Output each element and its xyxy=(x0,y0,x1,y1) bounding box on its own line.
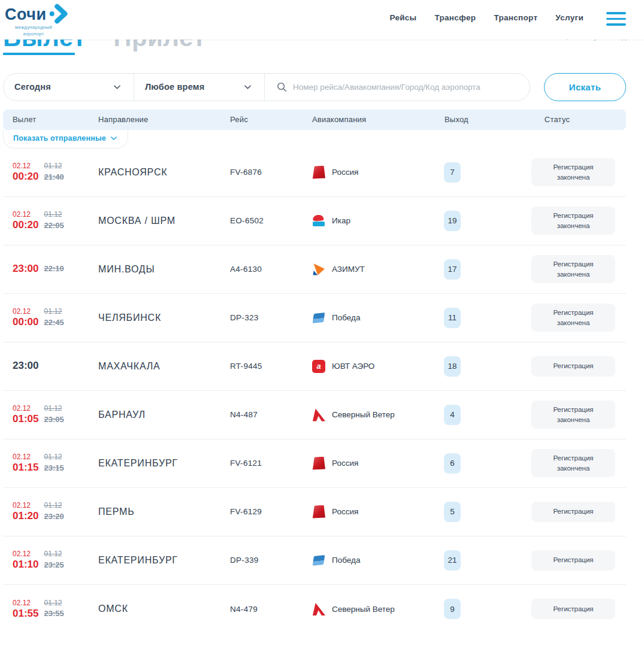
nav-item-flights[interactable]: Рейсы xyxy=(389,13,416,22)
date-filter-value: Сегодня xyxy=(14,82,51,92)
gate-cell: 11 xyxy=(432,308,498,328)
table-row[interactable]: 02.12 00:20 01.12 21:40 КРАСНОЯРСК FV-68… xyxy=(3,148,626,197)
scheduled-time-struck: 01.12 22:05 xyxy=(44,210,64,231)
gate-cell: 18 xyxy=(432,356,498,377)
time-filter-dropdown[interactable]: Любое время xyxy=(134,74,265,101)
logo-arrow-icon xyxy=(48,4,71,24)
time-filter-value: Любое время xyxy=(145,82,204,92)
actual-time: 23:00 xyxy=(13,263,38,275)
status-badge: Регистрация xyxy=(531,599,615,619)
gate-badge: 11 xyxy=(444,308,461,328)
table-row[interactable]: 02.12 00:20 01.12 22:05 МОСКВА / ШРМ EO-… xyxy=(3,197,626,245)
destination: ЕКАТЕРИНБУРГ xyxy=(98,555,230,566)
airline-cell: Северный Ветер xyxy=(312,602,432,615)
table-row[interactable]: 23:00 22:10 МИН.ВОДЫ A4-6130 АЗИМУТ 17 Р… xyxy=(3,245,626,294)
flight-rows: 02.12 00:20 01.12 21:40 КРАСНОЯРСК FV-68… xyxy=(3,148,626,633)
status-badge: Регистрация закончена xyxy=(531,401,615,428)
main-nav: Рейсы Трансфер Транспорт Услуги xyxy=(389,13,583,22)
nav-item-transfer[interactable]: Трансфер xyxy=(434,13,476,22)
destination: МОСКВА / ШРМ xyxy=(98,216,230,226)
logo-subtitle: международный аэропорт xyxy=(5,24,62,38)
table-row[interactable]: 02.12 00:00 01.12 22:45 ЧЕЛЯБИНСК DP-323… xyxy=(3,294,626,342)
table-row[interactable]: 02.12 01:05 01.12 23:05 БАРНАУЛ N4-487 С… xyxy=(3,391,626,439)
status-badge: Регистрация закончена xyxy=(531,304,615,331)
status-badge: Регистрация xyxy=(531,502,615,522)
gate-cell: 19 xyxy=(432,211,498,231)
scheduled-time-struck: 01.12 22:45 xyxy=(44,307,64,328)
destination: МАХАЧКАЛА xyxy=(98,361,230,372)
chevron-down-icon xyxy=(114,84,120,90)
airline-logo-icon xyxy=(312,360,325,373)
actual-time: 02.12 01:10 xyxy=(13,549,38,571)
search-button[interactable]: Искать xyxy=(544,73,626,101)
gate-badge: 17 xyxy=(444,259,461,280)
airline-name: Победа xyxy=(332,556,360,565)
departure-time-cell: 02.12 01:05 01.12 23:05 xyxy=(13,404,98,426)
airline-cell: ЮВТ АЭРО xyxy=(312,360,432,373)
table-row[interactable]: 02.12 01:15 01.12 23:15 ЕКАТЕРИНБУРГ FV-… xyxy=(3,439,626,488)
table-header-row: Вылет Направление Рейс Авиакомпания Выхо… xyxy=(3,110,626,130)
search-field-wrap xyxy=(265,74,530,101)
status-badge: Регистрация xyxy=(531,550,615,571)
table-row[interactable]: 02.12 01:20 01.12 23:20 ПЕРМЬ FV-6129 Ро… xyxy=(3,488,626,536)
actual-time: 02.12 01:15 xyxy=(13,452,38,474)
airline-name: Победа xyxy=(332,313,360,322)
gate-badge: 5 xyxy=(444,502,461,522)
status-cell: Регистрация закончена xyxy=(498,158,616,186)
col-header-gate: Выход xyxy=(432,115,498,124)
actual-time: 02.12 00:00 xyxy=(13,307,38,329)
scheduled-time-struck: 01.12 23:05 xyxy=(44,404,64,425)
flight-number: FV-6876 xyxy=(230,168,312,177)
actual-time: 23:00 xyxy=(13,360,38,372)
airline-name: Россия xyxy=(332,168,358,177)
table-row[interactable]: 02.12 01:55 01.12 23:55 ОМСК N4-479 Севе… xyxy=(3,585,626,633)
scheduled-time-struck: 01.12 23:20 xyxy=(44,501,64,522)
airline-logo-icon xyxy=(312,311,325,324)
departure-time-cell: 02.12 01:55 01.12 23:55 xyxy=(13,598,98,620)
flight-number: A4-6130 xyxy=(230,265,312,274)
status-cell: Регистрация xyxy=(498,550,616,571)
status-cell: Регистрация закончена xyxy=(498,304,616,331)
actual-time: 02.12 01:55 xyxy=(13,598,38,620)
airline-cell: Россия xyxy=(312,457,432,470)
flight-number: RT-9445 xyxy=(230,362,312,371)
airline-logo-icon xyxy=(312,554,325,567)
gate-badge: 7 xyxy=(444,162,461,183)
destination: КРАСНОЯРСК xyxy=(98,167,230,178)
flight-number: FV-6129 xyxy=(230,507,312,516)
status-badge: Регистрация закончена xyxy=(531,449,615,477)
date-filter-dropdown[interactable]: Сегодня xyxy=(4,74,134,101)
gate-badge: 4 xyxy=(444,405,461,425)
airline-name: Северный Ветер xyxy=(332,605,395,614)
departure-time-cell: 02.12 01:10 01.12 23:25 xyxy=(13,549,98,571)
table-row[interactable]: 23:00 МАХАЧКАЛА RT-9445 ЮВТ АЭРО 18 Реги… xyxy=(3,342,626,391)
status-cell: Регистрация закончена xyxy=(498,449,616,477)
departure-time-cell: 02.12 01:20 01.12 23:20 xyxy=(13,501,98,523)
airline-logo-icon xyxy=(312,505,325,518)
status-badge: Регистрация закончена xyxy=(531,255,615,283)
airline-cell: Победа xyxy=(312,311,432,324)
gate-badge: 21 xyxy=(444,550,461,571)
status-badge: Регистрация закончена xyxy=(531,207,615,234)
airline-logo-icon xyxy=(312,457,325,470)
col-header-destination: Направление xyxy=(98,115,230,124)
col-header-status: Статус xyxy=(498,115,616,124)
departure-time-cell: 02.12 00:20 01.12 22:05 xyxy=(13,210,98,232)
show-departed-toggle[interactable]: Показать отправленные xyxy=(3,130,128,148)
flight-number: EO-6502 xyxy=(230,216,312,225)
airline-logo-icon xyxy=(312,602,325,615)
hamburger-menu-icon[interactable] xyxy=(606,12,626,26)
status-cell: Регистрация закончена xyxy=(498,207,616,234)
airport-logo[interactable]: Сочи международный аэропорт xyxy=(5,5,72,38)
chevron-down-icon xyxy=(111,135,117,141)
col-header-flight: Рейс xyxy=(230,115,312,124)
table-row[interactable]: 02.12 01:10 01.12 23:25 ЕКАТЕРИНБУРГ DP-… xyxy=(3,536,626,585)
gate-badge: 9 xyxy=(444,599,461,619)
actual-time: 02.12 00:20 xyxy=(13,161,38,183)
status-cell: Регистрация xyxy=(498,599,616,619)
search-input[interactable] xyxy=(293,83,516,92)
nav-item-services[interactable]: Услуги xyxy=(555,13,583,22)
gate-badge: 18 xyxy=(444,356,461,377)
airline-cell: Северный Ветер xyxy=(312,408,432,421)
nav-item-transport[interactable]: Транспорт xyxy=(494,13,537,22)
